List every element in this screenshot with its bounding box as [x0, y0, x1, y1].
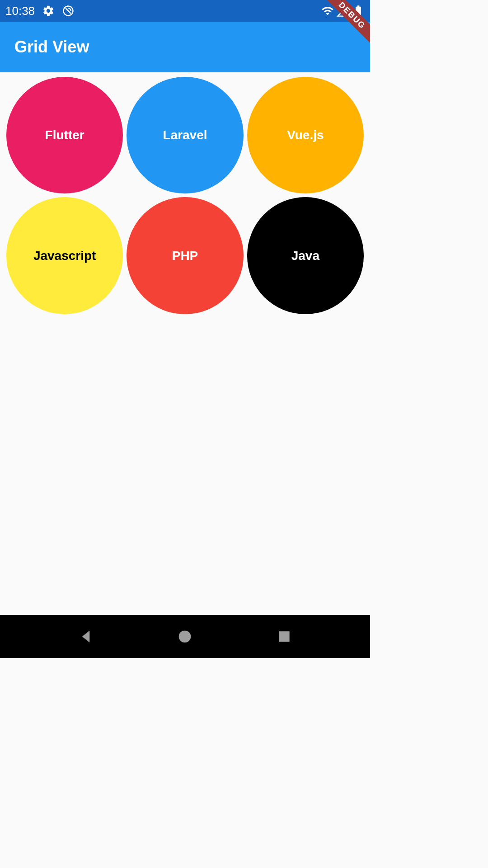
status-time: 10:38 [5, 4, 35, 18]
grid-item-label: Laravel [163, 128, 207, 142]
no-sync-icon [62, 5, 75, 17]
wifi-icon [321, 5, 334, 17]
grid-item-java[interactable]: Java [247, 197, 364, 314]
svg-rect-1 [279, 631, 289, 642]
svg-point-0 [179, 631, 191, 643]
status-left: 10:38 [5, 4, 75, 18]
grid-item-label: PHP [172, 249, 198, 263]
grid-item-label: Java [291, 249, 319, 263]
grid-item-label: Vue.js [287, 128, 324, 142]
grid-item-label: Javascript [33, 249, 96, 263]
grid-view: Flutter Laravel Vue.js Javascript PHP Ja… [0, 72, 370, 319]
home-button[interactable] [176, 627, 194, 646]
navigation-bar [0, 615, 370, 658]
grid-item-php[interactable]: PHP [127, 197, 243, 314]
status-bar: 10:38 [0, 0, 370, 22]
recent-apps-button[interactable] [275, 627, 293, 646]
app-bar: Grid View [0, 22, 370, 72]
gear-icon [42, 5, 55, 17]
page-title: Grid View [14, 38, 89, 57]
back-button[interactable] [77, 627, 95, 646]
grid-item-laravel[interactable]: Laravel [127, 77, 243, 193]
grid-item-flutter[interactable]: Flutter [6, 77, 123, 193]
grid-item-vuejs[interactable]: Vue.js [247, 77, 364, 193]
grid-item-javascript[interactable]: Javascript [6, 197, 123, 314]
grid-item-label: Flutter [45, 128, 84, 142]
